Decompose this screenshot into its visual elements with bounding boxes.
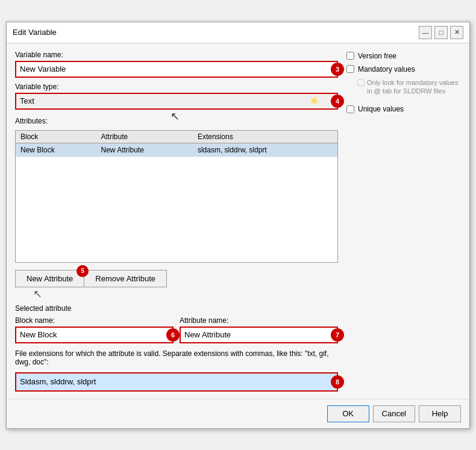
help-button[interactable]: Help (419, 405, 461, 422)
unique-values-checkbox[interactable] (346, 105, 354, 113)
dialog-footer: OK Cancel Help (7, 399, 469, 428)
cancel-button[interactable]: Cancel (373, 405, 415, 422)
attr-table: Block Attribute Extensions New Block New… (16, 131, 337, 157)
extensions-input[interactable] (15, 372, 338, 392)
attr-fields-row: Block name: 6 Attribute name: 7 (15, 316, 338, 343)
version-free-row: Version free (346, 52, 461, 60)
col-extensions: Extensions (193, 131, 337, 143)
variable-name-label: Variable name: (15, 51, 338, 59)
table-row[interactable]: New Block New Attribute sldasm, slddrw, … (16, 143, 337, 157)
variable-type-dropdown[interactable]: Text ✳ (15, 93, 338, 110)
extensions-description: File extensions for which the attribute … (15, 349, 338, 366)
mandatory-values-checkbox[interactable] (346, 65, 354, 73)
close-button[interactable]: ✕ (450, 26, 463, 39)
title-bar: Edit Variable — □ ✕ (7, 22, 469, 43)
attributes-table: Block Attribute Extensions New Block New… (15, 130, 338, 263)
star-icon: ✳ (310, 95, 319, 108)
cursor2-icon: ↖ (33, 287, 42, 301)
new-attr-btn-wrapper: New Attribute 5 ↖ (15, 270, 84, 287)
step-8-badge: 8 (331, 375, 344, 389)
attribute-name-group: Attribute name: 7 (180, 316, 338, 343)
block-name-input[interactable] (15, 327, 174, 343)
attribute-buttons-row: New Attribute 5 ↖ Remove Attribute (15, 270, 338, 287)
attributes-label: Attributes: (15, 117, 338, 125)
variable-type-label: Variable type: (15, 83, 338, 91)
variable-type-wrapper: Text ✳ 4 ↖ (15, 93, 338, 110)
mandatory-sub-text: Only look for mandatory values in @ tab … (357, 78, 461, 96)
minimize-button[interactable]: — (419, 26, 432, 39)
step-6-badge: 6 (166, 328, 180, 342)
version-free-label: Version free (358, 52, 396, 60)
attribute-name-input[interactable] (180, 327, 338, 343)
dialog-title: Edit Variable (13, 28, 57, 37)
version-free-checkbox[interactable] (346, 52, 354, 60)
mandatory-sub-checkbox[interactable] (357, 79, 365, 86)
variable-name-group: Variable name: 3 (15, 51, 338, 78)
ok-button[interactable]: OK (327, 405, 369, 422)
row-block: New Block (16, 143, 96, 157)
variable-type-value: Text (20, 96, 34, 105)
remove-attribute-button[interactable]: Remove Attribute (84, 270, 167, 287)
left-panel: Variable name: 3 Variable type: Text ✳ 4… (15, 51, 338, 392)
maximize-button[interactable]: □ (434, 26, 448, 39)
variable-type-group: Variable type: Text ✳ 4 ↖ (15, 83, 338, 110)
new-attribute-button[interactable]: New Attribute (15, 270, 84, 287)
col-attribute: Attribute (96, 131, 192, 143)
mandatory-sub-label: Only look for mandatory values in @ tab … (367, 78, 461, 96)
row-attribute: New Attribute (96, 143, 192, 157)
title-bar-buttons: — □ ✕ (419, 26, 463, 39)
col-block: Block (16, 131, 96, 143)
variable-name-wrapper: 3 (15, 61, 338, 78)
block-name-label: Block name: (15, 316, 174, 325)
attribute-name-label: Attribute name: (180, 316, 338, 325)
variable-name-input[interactable] (15, 61, 338, 78)
step-7-badge: 7 (331, 328, 344, 342)
mandatory-values-label: Mandatory values (358, 65, 415, 73)
unique-values-row: Unique values (346, 105, 461, 113)
extensions-input-wrapper: 8 (15, 372, 338, 392)
mandatory-values-row: Mandatory values (346, 65, 461, 73)
block-name-wrapper: 6 (15, 327, 174, 343)
edit-variable-dialog: Edit Variable — □ ✕ Variable name: 3 Var… (6, 22, 470, 429)
right-panel: Version free Mandatory values Only look … (346, 51, 461, 392)
selected-attribute-label: Selected attribute (15, 304, 338, 313)
step-4-badge: 4 (331, 95, 344, 108)
dialog-body: Variable name: 3 Variable type: Text ✳ 4… (7, 43, 469, 399)
selected-attribute-section: Selected attribute Block name: 6 Attribu… (15, 304, 338, 392)
block-name-group: Block name: 6 (15, 316, 174, 343)
attribute-name-wrapper: 7 (180, 327, 338, 343)
unique-values-label: Unique values (358, 105, 404, 113)
step-3-badge: 3 (331, 63, 344, 76)
step-5-badge: 5 (77, 265, 89, 277)
row-extensions: sldasm, slddrw, sldprt (193, 143, 337, 157)
